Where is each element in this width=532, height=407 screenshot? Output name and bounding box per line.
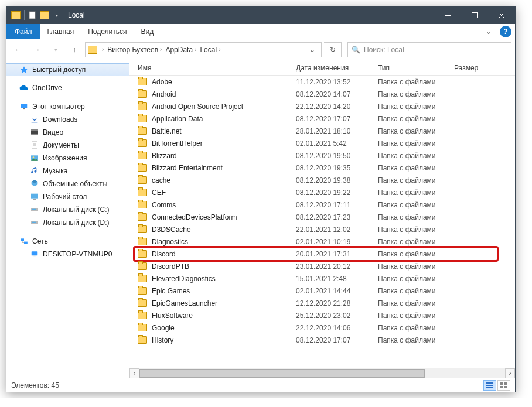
file-row[interactable]: History08.12.2020 17:07Папка с файлами (129, 334, 515, 346)
search-input[interactable]: 🔍 Поиск: Local (347, 42, 511, 57)
sidebar-label: Музыка (43, 167, 67, 175)
ribbon-expand-icon[interactable]: ⌄ (481, 24, 496, 39)
file-row[interactable]: Discord20.01.2021 17:31Папка с файлами (129, 248, 515, 260)
breadcrumb-label: Local (200, 46, 217, 54)
address-dropdown-icon[interactable]: ⌄ (306, 46, 319, 54)
folder-icon (138, 287, 147, 295)
sidebar-item[interactable]: Документы (6, 139, 129, 152)
scroll-thumb[interactable] (139, 369, 425, 378)
item-icon (30, 205, 39, 214)
column-size[interactable]: Размер (454, 64, 515, 72)
sidebar-this-pc[interactable]: Этот компьютер (6, 100, 129, 113)
view-icons-button[interactable] (497, 380, 510, 391)
qat-dropdown-icon[interactable]: ▾ (53, 11, 61, 19)
file-row[interactable]: CEF08.12.2020 19:22Папка с файлами (129, 186, 515, 199)
breadcrumb-chevron[interactable]: › (101, 46, 105, 53)
sidebar-item[interactable]: Локальный диск (C:) (6, 203, 129, 216)
sidebar-quick-access[interactable]: Быстрый доступ (6, 63, 129, 76)
file-row[interactable]: DiscordPTB23.01.2021 20:12Папка с файлам… (129, 260, 515, 272)
nav-back-button[interactable]: ← (10, 42, 26, 57)
help-button[interactable]: ? (500, 26, 511, 37)
file-row[interactable]: Android08.12.2020 14:07Папка с файлами (129, 88, 515, 100)
file-name: BitTorrentHelper (152, 139, 296, 148)
file-row[interactable]: D3DSCache22.01.2021 12:02Папка с файлами (129, 223, 515, 235)
file-row[interactable]: Google22.12.2020 14:06Папка с файлами (129, 322, 515, 334)
svg-rect-18 (31, 194, 38, 199)
file-row[interactable]: EpicGamesLauncher12.12.2020 21:28Папка с… (129, 297, 515, 309)
file-name: ConnectedDevicesPlatform (152, 213, 296, 221)
sidebar-item[interactable]: Downloads (6, 113, 129, 126)
file-row[interactable]: Battle.net28.01.2021 18:10Папка с файлам… (129, 125, 515, 137)
sidebar-network[interactable]: Сеть (6, 235, 129, 248)
sidebar-item[interactable]: Музыка (6, 165, 129, 177)
file-row[interactable]: Adobe11.12.2020 13:52Папка с файлами (129, 76, 515, 88)
column-name[interactable]: Имя (138, 64, 296, 72)
file-type: Папка с файлами (378, 250, 466, 258)
file-row[interactable]: ConnectedDevicesPlatform08.12.2020 17:23… (129, 211, 515, 223)
file-type: Папка с файлами (378, 90, 466, 98)
horizontal-scrollbar[interactable]: ‹ › (129, 368, 515, 378)
svg-rect-25 (24, 242, 28, 244)
svg-point-17 (33, 156, 35, 158)
breadcrumb-item[interactable]: Виктор Бухтеев› (106, 46, 163, 54)
tab-share[interactable]: Поделиться (81, 24, 134, 39)
file-tab[interactable]: Файл (6, 24, 40, 39)
file-date: 02.01.2021 14:44 (296, 287, 378, 295)
file-list[interactable]: Adobe11.12.2020 13:52Папка с файламиAndr… (129, 76, 515, 368)
file-name: DiscordPTB (152, 262, 296, 271)
minimize-button[interactable] (434, 6, 461, 24)
tab-view[interactable]: Вид (134, 24, 161, 39)
column-headers: Имя Дата изменения Тип Размер (129, 60, 515, 76)
maximize-button[interactable] (461, 6, 488, 24)
file-name: EpicGamesLauncher (152, 299, 296, 307)
breadcrumb-item[interactable]: AppData› (164, 46, 197, 54)
view-details-button[interactable] (483, 380, 496, 391)
file-date: 25.12.2020 23:02 (296, 312, 378, 320)
file-row[interactable]: Blizzard08.12.2020 19:50Папка с файлами (129, 149, 515, 162)
tab-home[interactable]: Главная (40, 24, 81, 39)
properties-icon[interactable] (28, 11, 36, 19)
sidebar-network-item[interactable]: DESKTOP-VTNMUP0 (6, 248, 129, 261)
file-type: Папка с файлами (378, 238, 466, 246)
folder-icon (138, 213, 147, 221)
file-type: Папка с файлами (378, 275, 466, 283)
sidebar-label: Рабочий стол (43, 193, 87, 201)
refresh-button[interactable]: ↻ (324, 42, 342, 57)
address-bar[interactable]: › Виктор Бухтеев› AppData› Local› ⌄ (85, 42, 322, 57)
file-row[interactable]: FluxSoftware25.12.2020 23:02Папка с файл… (129, 309, 515, 322)
breadcrumb-item[interactable]: Local› (199, 46, 221, 54)
nav-recent-dropdown[interactable]: ▾ (47, 42, 64, 57)
file-row[interactable]: cache08.12.2020 19:38Папка с файлами (129, 174, 515, 186)
file-row[interactable]: ElevatedDiagnostics15.01.2021 2:48Папка … (129, 272, 515, 285)
file-row[interactable]: BitTorrentHelper02.01.2021 5:42Папка с ф… (129, 137, 515, 149)
sidebar-onedrive[interactable]: OneDrive (6, 81, 129, 94)
column-date[interactable]: Дата изменения (296, 64, 378, 72)
file-row[interactable]: Epic Games02.01.2021 14:44Папка с файлам… (129, 285, 515, 297)
svg-rect-8 (32, 122, 38, 122)
file-row[interactable]: Android Open Source Project22.12.2020 14… (129, 100, 515, 112)
new-folder-icon[interactable] (40, 11, 49, 19)
column-type[interactable]: Тип (378, 64, 454, 72)
nav-up-button[interactable]: ↑ (66, 42, 83, 57)
scroll-left-button[interactable]: ‹ (129, 368, 139, 378)
item-icon (30, 166, 39, 176)
sidebar-item[interactable]: Изображения (6, 152, 129, 165)
file-row[interactable]: Application Data08.12.2020 17:07Папка с … (129, 112, 515, 125)
folder-icon (138, 176, 147, 184)
file-type: Папка с файлами (378, 213, 466, 221)
folder-icon (138, 299, 147, 307)
sidebar-item[interactable]: Рабочий стол (6, 190, 129, 203)
close-button[interactable] (488, 6, 515, 24)
file-row[interactable]: Diagnostics02.01.2021 10:19Папка с файла… (129, 235, 515, 248)
sidebar-item[interactable]: Объемные объекты (6, 177, 129, 190)
sidebar-item[interactable]: Видео (6, 126, 129, 139)
sidebar-label: Видео (43, 128, 63, 136)
file-row[interactable]: Comms08.12.2020 17:11Папка с файлами (129, 199, 515, 211)
scroll-track[interactable] (139, 368, 505, 378)
file-row[interactable]: Blizzard Entertainment08.12.2020 19:35Па… (129, 162, 515, 174)
nav-forward-button[interactable]: → (29, 42, 45, 57)
scroll-right-button[interactable]: › (505, 368, 515, 378)
folder-icon (138, 90, 147, 98)
sidebar-item[interactable]: Локальный диск (D:) (6, 216, 129, 229)
file-type: Папка с файлами (378, 127, 466, 135)
